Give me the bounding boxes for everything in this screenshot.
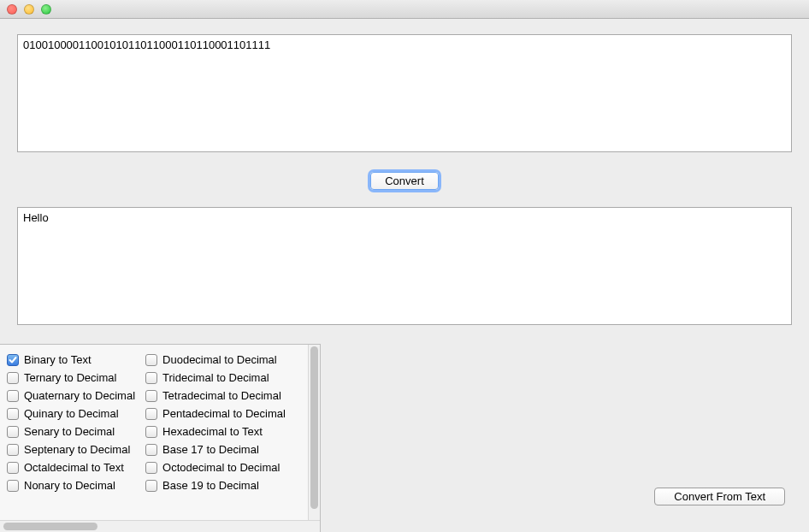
option-label: Pentadecimal to Decimal xyxy=(162,407,286,420)
vscroll-thumb[interactable] xyxy=(310,346,318,509)
option-checkbox[interactable]: Senary to Decimal xyxy=(7,425,135,438)
bottom-right-area: Convert From Text xyxy=(321,344,809,532)
convert-row: Convert xyxy=(17,155,792,207)
option-checkbox[interactable]: Hexadecimal to Text xyxy=(145,425,286,438)
option-label: Ternary to Decimal xyxy=(24,371,116,384)
checkbox-icon[interactable] xyxy=(145,462,157,474)
option-checkbox[interactable]: Binary to Text xyxy=(7,353,135,366)
options-col-2: Duodecimal to DecimalTridecimal to Decim… xyxy=(145,353,286,517)
option-checkbox[interactable]: Duodecimal to Decimal xyxy=(145,353,286,366)
output-textarea[interactable] xyxy=(17,207,792,325)
options-grid: Binary to TextTernary to DecimalQuaterna… xyxy=(0,345,320,520)
option-label: Tridecimal to Decimal xyxy=(162,371,269,384)
hscroll-thumb[interactable] xyxy=(3,523,97,530)
minimize-button[interactable] xyxy=(24,4,34,15)
options-horizontal-scrollbar[interactable] xyxy=(0,520,320,532)
zoom-button[interactable] xyxy=(41,4,51,15)
option-checkbox[interactable]: Tridecimal to Decimal xyxy=(145,371,286,384)
main-content: Convert xyxy=(0,19,809,328)
option-label: Binary to Text xyxy=(24,353,92,366)
option-label: Octaldecimal to Text xyxy=(24,461,124,474)
checkbox-icon[interactable] xyxy=(7,408,19,420)
checkbox-icon[interactable] xyxy=(7,480,19,492)
option-checkbox[interactable]: Base 17 to Decimal xyxy=(145,443,286,456)
bottom-row: Binary to TextTernary to DecimalQuaterna… xyxy=(0,344,809,532)
option-label: Hexadecimal to Text xyxy=(162,425,263,438)
option-label: Septenary to Decimal xyxy=(24,443,130,456)
option-checkbox[interactable]: Octodecimal to Decimal xyxy=(145,461,286,474)
option-label: Tetradecimal to Decimal xyxy=(162,389,281,402)
checkbox-icon[interactable] xyxy=(7,372,19,384)
options-vertical-scrollbar[interactable] xyxy=(308,345,320,532)
option-checkbox[interactable]: Pentadecimal to Decimal xyxy=(145,407,286,420)
checkbox-icon[interactable] xyxy=(145,426,157,438)
checkbox-icon[interactable] xyxy=(7,426,19,438)
option-label: Quinary to Decimal xyxy=(24,407,119,420)
checkbox-icon[interactable] xyxy=(145,408,157,420)
option-checkbox[interactable]: Septenary to Decimal xyxy=(7,443,135,456)
option-checkbox[interactable]: Base 19 to Decimal xyxy=(145,479,286,492)
checkbox-icon[interactable] xyxy=(7,462,19,474)
options-col-1: Binary to TextTernary to DecimalQuaterna… xyxy=(7,353,135,517)
option-checkbox[interactable]: Nonary to Decimal xyxy=(7,479,135,492)
checkbox-icon[interactable] xyxy=(145,444,157,456)
option-checkbox[interactable]: Quinary to Decimal xyxy=(7,407,135,420)
option-checkbox[interactable]: Quaternary to Decimal xyxy=(7,389,135,402)
options-panel: Binary to TextTernary to DecimalQuaterna… xyxy=(0,344,321,532)
checkbox-icon[interactable] xyxy=(145,480,157,492)
titlebar xyxy=(0,0,809,19)
checkbox-icon[interactable] xyxy=(7,390,19,402)
option-label: Duodecimal to Decimal xyxy=(162,353,277,366)
option-label: Base 17 to Decimal xyxy=(162,443,259,456)
convert-button[interactable]: Convert xyxy=(370,172,439,190)
option-checkbox[interactable]: Octaldecimal to Text xyxy=(7,461,135,474)
option-label: Quaternary to Decimal xyxy=(24,389,135,402)
checkbox-icon[interactable] xyxy=(145,354,157,366)
option-label: Senary to Decimal xyxy=(24,425,115,438)
option-checkbox[interactable]: Tetradecimal to Decimal xyxy=(145,389,286,402)
checkbox-icon[interactable] xyxy=(145,390,157,402)
input-textarea[interactable] xyxy=(17,34,792,152)
option-label: Octodecimal to Decimal xyxy=(162,461,280,474)
close-button[interactable] xyxy=(7,4,17,15)
checkbox-icon[interactable] xyxy=(7,354,19,366)
option-label: Base 19 to Decimal xyxy=(162,479,259,492)
checkbox-icon[interactable] xyxy=(7,444,19,456)
option-label: Nonary to Decimal xyxy=(24,479,115,492)
checkbox-icon[interactable] xyxy=(145,372,157,384)
option-checkbox[interactable]: Ternary to Decimal xyxy=(7,371,135,384)
convert-from-text-button[interactable]: Convert From Text xyxy=(654,488,785,505)
